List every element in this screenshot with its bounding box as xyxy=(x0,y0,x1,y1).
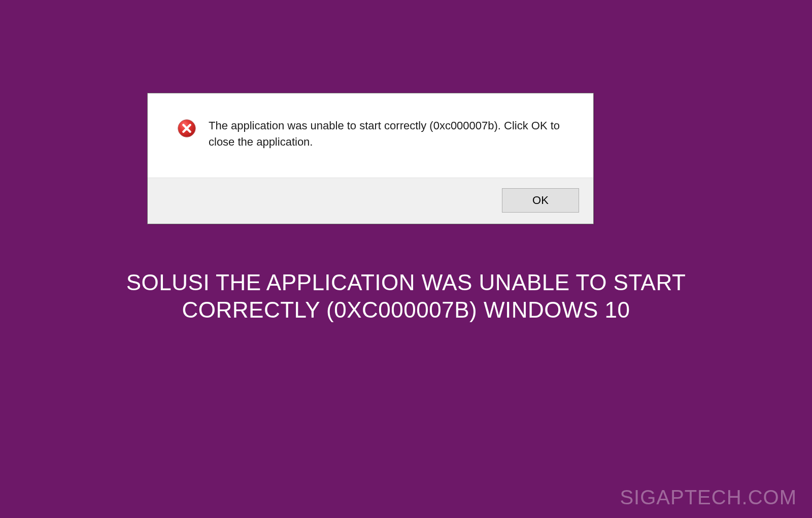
watermark: SIGAPTECH.COM xyxy=(620,486,797,509)
page-headline: SOLUSI THE APPLICATION WAS UNABLE TO STA… xyxy=(0,269,812,323)
ok-button[interactable]: OK xyxy=(502,188,579,213)
error-dialog: The application was unable to start corr… xyxy=(147,93,594,224)
dialog-body: The application was unable to start corr… xyxy=(148,93,593,178)
dialog-footer: OK xyxy=(148,178,593,224)
error-icon xyxy=(177,119,196,138)
dialog-message: The application was unable to start corr… xyxy=(209,118,563,150)
